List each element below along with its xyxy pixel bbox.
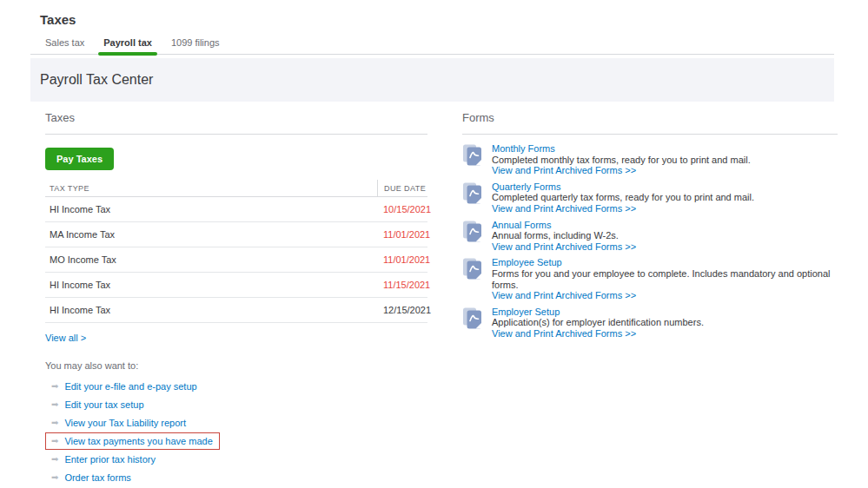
tab[interactable]: 1099 filings: [168, 37, 223, 54]
tab-bar: Sales tax Payroll tax 1099 filings: [30, 36, 834, 55]
also-want-link-label[interactable]: Enter prior tax history: [64, 454, 156, 465]
right-arrow-icon: [51, 473, 58, 482]
tax-type-cell: HI Income Tax: [45, 280, 377, 290]
due-date-cell: 11/15/2021: [377, 280, 427, 290]
tax-type-cell: HI Income Tax: [45, 305, 377, 315]
forms-heading: Forms: [462, 111, 838, 135]
also-want-link-label[interactable]: Edit your e-file and e-pay setup: [64, 381, 196, 392]
also-want-link-label[interactable]: Edit your tax setup: [64, 399, 143, 410]
archived-forms-link[interactable]: View and Print Archived Forms >>: [492, 328, 636, 340]
right-arrow-icon: [51, 400, 58, 409]
right-arrow-icon: [51, 419, 58, 427]
archived-forms-link[interactable]: View and Print Archived Forms >>: [492, 241, 636, 253]
pdf-file-icon: [462, 181, 484, 214]
pdf-file-icon: [462, 143, 484, 176]
view-all-link[interactable]: View all >: [45, 333, 86, 343]
form-title-link[interactable]: Quarterly Forms: [492, 181, 754, 193]
due-date-column-header: DUE DATE: [377, 180, 427, 196]
also-want-link[interactable]: View tax payments you have made: [45, 432, 220, 450]
tab[interactable]: Payroll tax: [100, 37, 156, 54]
pdf-file-icon: [462, 220, 484, 253]
also-want-section: You may also want to: Edit your e-file a…: [45, 360, 427, 488]
forms-list: Monthly Forms Completed monthly tax form…: [462, 143, 838, 340]
table-row[interactable]: HI Income Tax 12/15/2021: [45, 298, 427, 323]
form-description: Application(s) for employer identificati…: [492, 317, 704, 327]
form-item: Employee Setup Forms for you and your em…: [462, 257, 838, 300]
tab[interactable]: Sales tax: [42, 37, 88, 54]
also-want-link[interactable]: Enter prior tax history: [45, 451, 162, 468]
form-item-text: Employee Setup Forms for you and your em…: [492, 257, 838, 300]
taxes-section: Taxes Pay Taxes TAX TYPE DUE DATE HI Inc…: [45, 111, 427, 488]
right-arrow-icon: [51, 455, 58, 464]
form-description: Completed quarterly tax forms, ready for…: [492, 192, 754, 202]
archived-forms-link[interactable]: View and Print Archived Forms >>: [492, 203, 636, 214]
due-date-cell: 11/01/2021: [377, 254, 427, 265]
right-arrow-icon: [51, 382, 58, 391]
form-item-text: Annual Forms Annual forms, including W-2…: [492, 220, 636, 253]
form-item-text: Quarterly Forms Completed quarterly tax …: [492, 181, 754, 214]
form-title-link[interactable]: Employer Setup: [492, 307, 704, 318]
form-item-text: Employer Setup Application(s) for employ…: [492, 307, 704, 340]
form-item: Annual Forms Annual forms, including W-2…: [462, 220, 838, 253]
tax-table-header: TAX TYPE DUE DATE: [45, 180, 427, 197]
also-want-link[interactable]: View your Tax Liability report: [45, 414, 193, 432]
form-title-link[interactable]: Employee Setup: [492, 257, 838, 268]
tax-table: TAX TYPE DUE DATE HI Income Tax 10/15/20…: [45, 180, 427, 323]
due-date-cell: 10/15/2021: [377, 204, 427, 214]
form-item: Quarterly Forms Completed quarterly tax …: [462, 181, 838, 214]
also-want-link[interactable]: Edit your tax setup: [45, 396, 151, 413]
right-arrow-icon: [51, 437, 58, 445]
form-item: Monthly Forms Completed monthly tax form…: [462, 143, 838, 176]
form-item: Employer Setup Application(s) for employ…: [462, 307, 838, 340]
pdf-file-icon: [462, 257, 484, 300]
page-title: Taxes: [40, 12, 76, 27]
pay-taxes-button[interactable]: Pay Taxes: [45, 148, 114, 170]
form-description: Completed monthly tax forms, ready for y…: [492, 155, 751, 165]
also-want-link[interactable]: Edit your e-file and e-pay setup: [45, 378, 204, 395]
pdf-file-icon: [462, 307, 484, 340]
due-date-cell: 12/15/2021: [377, 305, 427, 315]
forms-section: Forms Monthly Forms Completed monthly ta…: [462, 111, 838, 340]
due-date-cell: 11/01/2021: [377, 229, 427, 240]
also-want-link-label[interactable]: Order tax forms: [64, 472, 130, 483]
subheader-title: Payroll Tax Center: [40, 72, 153, 88]
subheader-band: Payroll Tax Center: [30, 58, 834, 102]
table-row[interactable]: HI Income Tax 10/15/2021: [45, 197, 427, 222]
form-title-link[interactable]: Annual Forms: [492, 220, 636, 231]
tax-type-cell: MA Income Tax: [45, 229, 377, 240]
also-want-heading: You may also want to:: [45, 360, 427, 371]
tax-type-cell: HI Income Tax: [45, 204, 377, 214]
taxes-heading: Taxes: [45, 111, 427, 135]
archived-forms-link[interactable]: View and Print Archived Forms >>: [492, 165, 636, 176]
table-row[interactable]: MO Income Tax 11/01/2021: [45, 247, 427, 273]
also-want-link-label[interactable]: View tax payments you have made: [64, 436, 212, 446]
also-want-link-label[interactable]: View your Tax Liability report: [64, 418, 186, 428]
also-want-link[interactable]: Order tax forms: [45, 469, 138, 486]
form-title-link[interactable]: Monthly Forms: [492, 143, 751, 155]
tax-type-column-header: TAX TYPE: [45, 184, 377, 193]
table-row[interactable]: HI Income Tax 11/15/2021: [45, 273, 427, 298]
form-description: Annual forms, including W-2s.: [492, 230, 619, 241]
form-item-text: Monthly Forms Completed monthly tax form…: [492, 143, 751, 176]
tax-type-cell: MO Income Tax: [45, 254, 377, 265]
table-row[interactable]: MA Income Tax 11/01/2021: [45, 222, 427, 247]
form-description: Forms for you and your employee to compl…: [492, 268, 831, 290]
archived-forms-link[interactable]: View and Print Archived Forms >>: [492, 290, 636, 301]
also-want-list: Edit your e-file and e-pay setup Edit yo…: [45, 378, 427, 488]
